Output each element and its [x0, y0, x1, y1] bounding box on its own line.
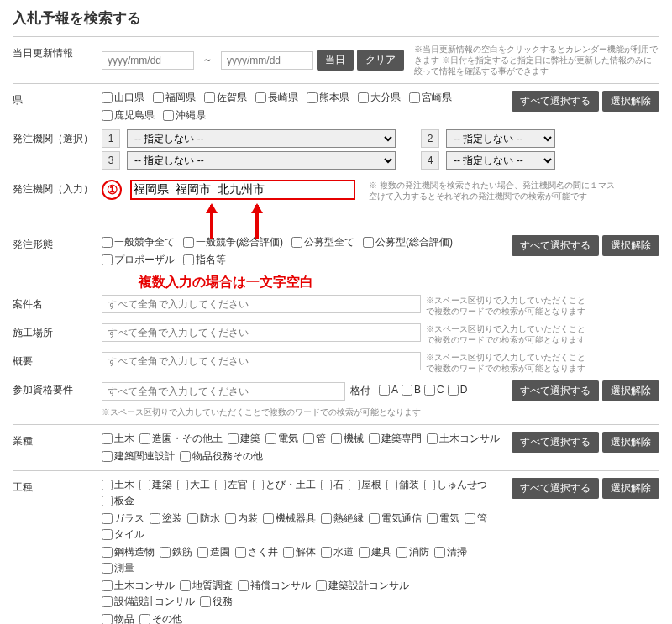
checkbox-鉄筋[interactable]: 鉄筋 — [160, 545, 192, 559]
agency-select-1[interactable]: -- 指定しない -- — [127, 129, 396, 148]
checkbox-電気[interactable]: 電気 — [427, 511, 459, 526]
checkbox-防水[interactable]: 防水 — [187, 511, 220, 526]
checkbox-沖縄県[interactable]: 沖縄県 — [163, 108, 206, 123]
label-industry: 業種 — [13, 432, 97, 448]
checkbox-建築設計コンサル[interactable]: 建築設計コンサル — [316, 579, 409, 593]
label-agency-select: 発注機関（選択） — [13, 129, 97, 146]
grade-C[interactable]: C — [424, 384, 444, 396]
checkbox-解体[interactable]: 解体 — [283, 545, 316, 559]
checkbox-プロポーザル[interactable]: プロポーザル — [102, 253, 175, 267]
checkbox-機械器具[interactable]: 機械器具 — [263, 511, 316, 526]
grade-A[interactable]: A — [379, 384, 398, 396]
grade-B[interactable]: B — [402, 384, 421, 396]
checkbox-屋根[interactable]: 屋根 — [349, 478, 381, 492]
checkbox-役務[interactable]: 役務 — [200, 595, 233, 609]
agency-input[interactable] — [134, 183, 352, 197]
checkbox-管[interactable]: 管 — [465, 511, 487, 526]
checkbox-長崎県[interactable]: 長崎県 — [255, 91, 298, 105]
summary-input[interactable] — [102, 352, 421, 370]
checkbox-内装[interactable]: 内装 — [225, 511, 258, 526]
checkbox-福岡県[interactable]: 福岡県 — [153, 91, 196, 105]
checkbox-清掃[interactable]: 清掃 — [434, 545, 467, 559]
label-qual: 参加資格要件 — [13, 380, 97, 397]
checkbox-宮崎県[interactable]: 宮崎県 — [409, 91, 452, 105]
checkbox-建具[interactable]: 建具 — [359, 545, 391, 559]
checkbox-土木[interactable]: 土木 — [102, 432, 134, 446]
label-name: 案件名 — [13, 295, 97, 312]
pref-deselect-button[interactable]: 選択解除 — [602, 91, 659, 112]
checkbox-公募型全て[interactable]: 公募型全て — [291, 235, 354, 249]
checkbox-舗装[interactable]: 舗装 — [386, 478, 419, 492]
agency-num-1: 1 — [102, 129, 120, 148]
worktype-select-all-button[interactable]: すべて選択する — [512, 478, 599, 499]
checkbox-熊本県[interactable]: 熊本県 — [307, 91, 349, 105]
clear-update-button[interactable]: クリア — [357, 50, 404, 71]
checkbox-石[interactable]: 石 — [321, 478, 344, 492]
checkbox-土木[interactable]: 土木 — [102, 478, 134, 492]
checkbox-建築関連設計[interactable]: 建築関連設計 — [102, 449, 175, 464]
checkbox-一般競争全て[interactable]: 一般競争全て — [102, 235, 175, 249]
checkbox-機械[interactable]: 機械 — [331, 432, 364, 446]
qual-deselect-button[interactable]: 選択解除 — [602, 380, 659, 401]
update-from-input[interactable] — [102, 51, 194, 70]
checkbox-建築[interactable]: 建築 — [228, 432, 260, 446]
checkbox-水道[interactable]: 水道 — [321, 545, 354, 559]
checkbox-塗装[interactable]: 塗装 — [150, 511, 182, 526]
checkbox-造園・その他土[interactable]: 造園・その他土 — [139, 432, 223, 446]
pref-select-all-button[interactable]: すべて選択する — [512, 91, 599, 112]
checkbox-ガラス[interactable]: ガラス — [102, 511, 144, 526]
industry-select-all-button[interactable]: すべて選択する — [512, 432, 599, 453]
separator — [13, 424, 659, 425]
checkbox-さく井[interactable]: さく井 — [235, 545, 278, 559]
qual-input[interactable] — [102, 382, 345, 401]
checkbox-左官[interactable]: 左官 — [215, 478, 248, 492]
worktype-deselect-button[interactable]: 選択解除 — [602, 478, 659, 499]
agency-select-2[interactable]: -- 指定しない -- — [446, 129, 555, 148]
label-update: 当日更新情報 — [13, 44, 97, 60]
checkbox-電気通信[interactable]: 電気通信 — [369, 511, 422, 526]
checkbox-その他[interactable]: その他 — [139, 612, 182, 624]
checkbox-建築専門[interactable]: 建築専門 — [369, 432, 422, 446]
checkbox-板金[interactable]: 板金 — [102, 494, 134, 508]
checkbox-測量[interactable]: 測量 — [102, 561, 134, 575]
checkbox-補償コンサル[interactable]: 補償コンサル — [238, 579, 311, 593]
checkbox-タイル[interactable]: タイル — [102, 527, 144, 542]
checkbox-電気[interactable]: 電気 — [265, 432, 298, 446]
update-to-input[interactable] — [221, 51, 313, 70]
checkbox-設備設計コンサル[interactable]: 設備設計コンサル — [102, 595, 195, 609]
checkbox-一般競争(総合評価)[interactable]: 一般競争(総合評価) — [183, 235, 283, 249]
checkbox-建築[interactable]: 建築 — [139, 478, 172, 492]
agency-select-4[interactable]: -- 指定しない -- — [446, 151, 555, 170]
checkbox-指名等[interactable]: 指名等 — [183, 253, 226, 267]
industry-deselect-button[interactable]: 選択解除 — [602, 432, 659, 453]
checkbox-大工[interactable]: 大工 — [177, 478, 210, 492]
checkbox-鋼構造物[interactable]: 鋼構造物 — [102, 545, 155, 559]
checkbox-公募型(総合評価)[interactable]: 公募型(総合評価) — [363, 235, 453, 249]
checkbox-造園[interactable]: 造園 — [197, 545, 230, 559]
form-select-all-button[interactable]: すべて選択する — [512, 235, 599, 256]
qual-select-all-button[interactable]: すべて選択する — [512, 380, 599, 401]
checkbox-消防[interactable]: 消防 — [396, 545, 429, 559]
checkbox-物品[interactable]: 物品 — [102, 612, 134, 624]
checkbox-しゅんせつ[interactable]: しゅんせつ — [424, 478, 487, 492]
name-input[interactable] — [102, 295, 421, 313]
today-button[interactable]: 当日 — [317, 50, 354, 71]
checkbox-地質調査[interactable]: 地質調査 — [180, 579, 233, 593]
checkbox-山口県[interactable]: 山口県 — [102, 91, 144, 105]
checkbox-土木コンサル[interactable]: 土木コンサル — [427, 432, 500, 446]
grade-D[interactable]: D — [448, 384, 468, 396]
checkbox-管[interactable]: 管 — [303, 432, 326, 446]
checkbox-とび・土工[interactable]: とび・土工 — [253, 478, 316, 492]
checkbox-鹿児島県[interactable]: 鹿児島県 — [102, 108, 155, 123]
checkbox-物品役務その他[interactable]: 物品役務その他 — [180, 449, 263, 464]
checkbox-熱絶縁[interactable]: 熱絶縁 — [321, 511, 364, 526]
place-input[interactable] — [102, 323, 421, 342]
checkbox-大分県[interactable]: 大分県 — [358, 91, 401, 105]
form-deselect-button[interactable]: 選択解除 — [602, 235, 659, 256]
checkbox-佐賀県[interactable]: 佐賀県 — [204, 91, 247, 105]
agency-select-3[interactable]: -- 指定しない -- — [127, 151, 396, 170]
annotation-arrow-icon — [206, 205, 218, 239]
place-hint: ※スペース区切りで入力していただくことで複数のワードでの検索が可能となります — [426, 323, 585, 345]
checkbox-土木コンサル[interactable]: 土木コンサル — [102, 579, 175, 593]
page-title: 入札予報を検索する — [13, 8, 659, 28]
